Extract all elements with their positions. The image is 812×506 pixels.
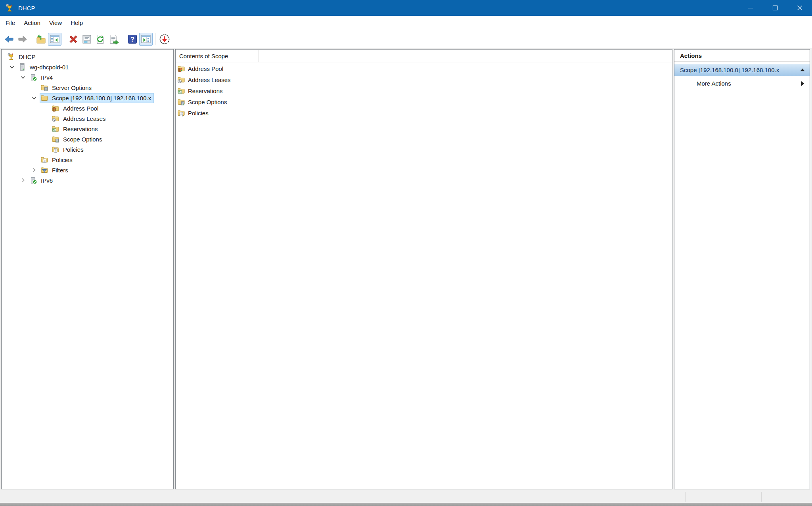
actions-pane-title: Actions — [674, 50, 810, 62]
folder-clock-icon — [177, 76, 186, 84]
delete-icon[interactable] — [67, 33, 80, 46]
tree-item-address-leases[interactable]: Address Leases — [2, 113, 173, 124]
actions-pane: Actions Scope [192.168.100.0] 192.168.10… — [674, 49, 810, 489]
tree-item-reservations[interactable]: Reservations — [2, 124, 173, 134]
folder-page-icon — [177, 109, 186, 117]
tree-item-ipv6[interactable]: IPv6 — [2, 175, 173, 185]
tree-item-label: IPv4 — [41, 74, 53, 81]
show-action-pane-icon[interactable] — [139, 33, 153, 46]
tree-item-ipv4[interactable]: IPv4 — [2, 72, 173, 82]
tree-item-server-options[interactable]: Server Options — [2, 82, 173, 93]
more-actions-item[interactable]: More Actions — [674, 76, 810, 91]
title-bar: DHCP — [0, 0, 812, 16]
list-item-address-pool[interactable]: Address Pool — [176, 63, 672, 74]
console-tree-pane: DHCP wg-dhcpold-01 — [1, 49, 174, 489]
toolbar: ? — [0, 30, 812, 48]
folder-options-icon — [52, 135, 60, 143]
dhcp-app-icon — [5, 4, 14, 12]
server-check-icon — [29, 73, 38, 81]
submenu-arrow-icon — [801, 81, 804, 86]
tree-item-label: Policies — [63, 146, 84, 153]
properties-icon[interactable] — [80, 33, 94, 46]
show-console-tree-icon[interactable] — [48, 33, 61, 46]
folder-options-icon — [177, 98, 186, 106]
tree-item-label: DHCP — [19, 53, 36, 60]
tree-item-label: IPv6 — [41, 177, 53, 184]
list-item-policies[interactable]: Policies — [176, 107, 672, 118]
list-item-reservations[interactable]: Reservations — [176, 85, 672, 96]
window-title: DHCP — [18, 5, 35, 11]
forward-icon[interactable] — [16, 33, 29, 46]
results-pane: Contents of Scope Address Pool — [175, 49, 672, 489]
folder-page-icon — [52, 145, 60, 153]
folder-clock-icon — [52, 115, 60, 122]
chevron-down-icon[interactable] — [6, 64, 17, 70]
server-icon — [18, 63, 27, 71]
tree-item-server[interactable]: wg-dhcpold-01 — [2, 62, 173, 72]
folder-page-icon — [40, 156, 49, 164]
tree-item-label: Address Pool — [63, 105, 98, 112]
tree-item-label: Address Leases — [63, 115, 106, 122]
list-item-label: Address Pool — [188, 65, 223, 72]
list-column-header[interactable]: Contents of Scope — [176, 50, 672, 63]
folder-grid-icon — [52, 125, 60, 133]
minimize-button[interactable] — [738, 0, 763, 16]
folder-icon — [40, 94, 49, 102]
tree-item-label: Filters — [52, 167, 68, 174]
column-header-label[interactable]: Contents of Scope — [176, 53, 258, 59]
chevron-right-icon[interactable] — [29, 167, 40, 173]
list-item-label: Scope Options — [188, 99, 227, 105]
list-item-address-leases[interactable]: Address Leases — [176, 74, 672, 85]
window-bottom-edge — [0, 503, 812, 506]
main-area: DHCP wg-dhcpold-01 — [0, 48, 812, 491]
chevron-right-icon[interactable] — [17, 177, 29, 183]
menu-file[interactable]: File — [1, 17, 19, 29]
up-one-level-icon[interactable] — [34, 33, 48, 46]
folder-book-icon — [177, 65, 186, 73]
folder-grid-icon — [177, 87, 186, 95]
server-check-icon — [29, 176, 38, 184]
close-button[interactable] — [787, 0, 812, 16]
actions-group-scope[interactable]: Scope [192.168.100.0] 192.168.100.x — [674, 64, 810, 76]
menu-view[interactable]: View — [45, 17, 66, 29]
list-item-label: Policies — [188, 110, 209, 116]
tree-item-scope-policies[interactable]: Policies — [2, 144, 173, 155]
chevron-down-icon[interactable] — [29, 95, 40, 101]
collapse-icon[interactable] — [800, 69, 805, 71]
refresh-icon[interactable] — [94, 33, 107, 46]
more-actions-label: More Actions — [697, 80, 801, 87]
tree-item-ipv4-policies[interactable]: Policies — [2, 155, 173, 165]
actions-group-title: Scope [192.168.100.0] 192.168.100.x — [680, 67, 800, 73]
stop-red-arrow-icon[interactable] — [158, 33, 171, 46]
folder-funnel-icon — [40, 166, 49, 174]
folder-options-icon — [40, 84, 49, 92]
list-item-label: Address Leases — [188, 76, 231, 83]
maximize-button[interactable] — [763, 0, 787, 16]
tree-item-label: Policies — [52, 157, 73, 163]
column-divider[interactable] — [258, 50, 259, 62]
dhcp-console-icon — [7, 53, 16, 61]
tree-item-address-pool[interactable]: Address Pool — [2, 103, 173, 113]
tree-item-scope-options[interactable]: Scope Options — [2, 134, 173, 144]
tree-item-scope[interactable]: Scope [192.168.100.0] 192.168.100.x — [2, 93, 173, 103]
list-item-scope-options[interactable]: Scope Options — [176, 96, 672, 107]
export-list-icon[interactable] — [107, 33, 121, 46]
status-bar-divider — [761, 492, 762, 502]
chevron-down-icon[interactable] — [17, 74, 29, 80]
tree-item-label: wg-dhcpold-01 — [30, 64, 69, 71]
back-icon[interactable] — [2, 33, 16, 46]
svg-text:?: ? — [130, 36, 134, 43]
menu-bar: File Action View Help — [0, 16, 812, 30]
tree-item-filters[interactable]: Filters — [2, 165, 173, 175]
menu-help[interactable]: Help — [66, 17, 87, 29]
status-bar-divider — [685, 492, 686, 502]
tree-item-label: Server Options — [52, 84, 92, 91]
menu-action[interactable]: Action — [19, 17, 45, 29]
tree-item-label: Reservations — [63, 126, 98, 132]
status-bar — [0, 491, 812, 503]
list-item-label: Reservations — [188, 88, 223, 94]
tree-item-label: Scope [192.168.100.0] 192.168.100.x — [52, 95, 151, 101]
tree-item-dhcp-root[interactable]: DHCP — [2, 52, 173, 62]
folder-book-icon — [52, 104, 60, 112]
help-icon[interactable]: ? — [126, 33, 139, 46]
